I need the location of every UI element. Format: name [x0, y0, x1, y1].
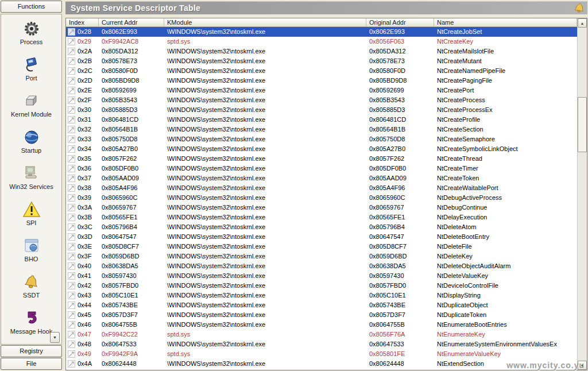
- table-row[interactable]: 0x330x805750D8\WINDOWS\system32\ntoskrnl…: [66, 134, 577, 144]
- table-row[interactable]: 0x300x805885D3\WINDOWS\system32\ntoskrnl…: [66, 105, 577, 115]
- table-rows: 0x280x8062E993\WINDOWS\system32\ntoskrnl…: [66, 27, 577, 370]
- column-header-name[interactable]: Name: [434, 18, 577, 26]
- table-row[interactable]: 0x2E0x80592699\WINDOWS\system32\ntoskrnl…: [66, 86, 577, 95]
- table-row[interactable]: 0x390x8065960C\WINDOWS\system32\ntoskrnl…: [66, 193, 577, 203]
- cell-index: 0x29: [66, 37, 99, 47]
- sidebar-item-ssdt[interactable]: SSDT: [1, 268, 61, 304]
- table-row[interactable]: 0x3A0x80659767\WINDOWS\system32\ntoskrnl…: [66, 203, 577, 212]
- column-header-index[interactable]: Index: [66, 18, 99, 26]
- entry-icon: [68, 136, 75, 143]
- cell-text: 0x3E: [78, 242, 92, 252]
- table-row[interactable]: 0x370x805AAD09\WINDOWS\system32\ntoskrnl…: [66, 173, 577, 183]
- cell-name: NtDeleteObjectAuditAlarm: [434, 261, 577, 271]
- table-row[interactable]: 0x350x8057F262\WINDOWS\system32\ntoskrnl…: [66, 154, 577, 164]
- sidebar-item-win32-services[interactable]: Win32 Services: [1, 159, 61, 195]
- cell-original: 0x8065960C: [366, 193, 434, 203]
- table-row[interactable]: 0x360x805DF0B0\WINDOWS\system32\ntoskrnl…: [66, 164, 577, 173]
- table-row[interactable]: 0x2D0x805BD9D8\WINDOWS\system32\ntoskrnl…: [66, 76, 577, 86]
- table-row[interactable]: 0x4A0x80624448\WINDOWS\system32\ntoskrnl…: [66, 359, 577, 369]
- page-title: System Service Descriptor Table: [65, 3, 574, 13]
- scroll-up-button[interactable]: ▲: [578, 18, 587, 28]
- cell-name: NtCreateTimer: [434, 164, 577, 173]
- cell-kmodule: \WINDOWS\system32\ntoskrnl.exe: [164, 271, 366, 281]
- cell-name: NtDuplicateObject: [434, 300, 577, 310]
- cell-kmodule: \WINDOWS\system32\ntoskrnl.exe: [164, 86, 366, 95]
- cell-index: 0x39: [66, 193, 99, 203]
- cell-current: 0x805DA312: [99, 47, 164, 56]
- cell-current: 0x80580F0D: [99, 66, 164, 76]
- browser-window-icon: [22, 237, 41, 254]
- table-row[interactable]: 0x3D0x80647547\WINDOWS\system32\ntoskrnl…: [66, 232, 577, 242]
- entry-icon: [68, 106, 75, 114]
- ssdt-table: IndexCurrent AddrKModuleOriginal AddrNam…: [65, 18, 587, 370]
- vertical-scrollbar[interactable]: ▲ ▼: [577, 18, 587, 370]
- sidebar-item-startup[interactable]: Startup: [1, 123, 61, 159]
- table-row[interactable]: 0x3B0x80565FE1\WINDOWS\system32\ntoskrnl…: [66, 212, 577, 222]
- table-row[interactable]: 0x290xF9942AC8sptd.sys0x8056F063NtCreate…: [66, 37, 577, 47]
- table-row[interactable]: 0x340x805A27B0\WINDOWS\system32\ntoskrnl…: [66, 144, 577, 154]
- cell-name: NtDebugActiveProcess: [434, 193, 577, 203]
- table-row[interactable]: 0x460x8064755B\WINDOWS\system32\ntoskrnl…: [66, 320, 577, 330]
- cell-current: 0x80597430: [99, 271, 164, 281]
- table-row[interactable]: 0x2C0x80580F0D\WINDOWS\system32\ntoskrnl…: [66, 66, 577, 76]
- cell-index: 0x3D: [66, 232, 99, 242]
- sidebar-item-bho[interactable]: BHO: [1, 231, 61, 268]
- cell-index: 0x28: [66, 27, 99, 37]
- column-header-current-addr[interactable]: Current Addr: [99, 18, 164, 26]
- table-row[interactable]: 0x3E0x805D8CF7\WINDOWS\system32\ntoskrnl…: [66, 242, 577, 252]
- entry-icon: [68, 38, 75, 45]
- sidebar-overflow-button[interactable]: ▼: [50, 332, 60, 343]
- table-row[interactable]: 0x380x805A4F96\WINDOWS\system32\ntoskrnl…: [66, 183, 577, 193]
- sidebar-item-label: Message Hook: [10, 328, 52, 335]
- tab-file[interactable]: File: [1, 358, 62, 370]
- main-area: System Service Descriptor Table IndexCur…: [64, 0, 588, 371]
- table-row[interactable]: 0x2B0x80578E73\WINDOWS\system32\ntoskrnl…: [66, 56, 577, 66]
- cell-text: 0x40: [78, 261, 91, 271]
- table-row[interactable]: 0x3C0x805796B4\WINDOWS\system32\ntoskrnl…: [66, 222, 577, 232]
- entry-icon: [68, 145, 75, 153]
- cell-original: 0x8056F76A: [366, 330, 434, 339]
- table-row[interactable]: 0x490xF9942F9Asptd.sys0x805801FENtEnumer…: [66, 349, 577, 359]
- table-row[interactable]: 0x400x80638DA5\WINDOWS\system32\ntoskrnl…: [66, 261, 577, 271]
- column-header-kmodule[interactable]: KModule: [164, 18, 366, 26]
- table-row[interactable]: 0x450x8057D3F7\WINDOWS\system32\ntoskrnl…: [66, 310, 577, 320]
- entry-icon: [68, 96, 75, 104]
- cell-name: NtEnumerateKey: [434, 330, 577, 339]
- sidebar-item-port[interactable]: Port: [1, 51, 61, 87]
- table-row[interactable]: 0x310x806481CD\WINDOWS\system32\ntoskrnl…: [66, 115, 577, 125]
- cell-original: 0x80578E73: [366, 56, 434, 66]
- cell-name: NtDuplicateToken: [434, 310, 577, 320]
- cell-index: 0x38: [66, 183, 99, 193]
- table-row[interactable]: 0x410x80597430\WINDOWS\system32\ntoskrnl…: [66, 271, 577, 281]
- cell-kmodule: \WINDOWS\system32\ntoskrnl.exe: [164, 261, 366, 271]
- cell-current: 0x80592699: [99, 86, 164, 95]
- table-row[interactable]: 0x480x80647533\WINDOWS\system32\ntoskrnl…: [66, 339, 577, 349]
- cell-index: 0x2B: [66, 56, 99, 66]
- cell-kmodule: \WINDOWS\system32\ntoskrnl.exe: [164, 154, 366, 164]
- cell-text: 0x4A: [78, 359, 92, 369]
- column-header-original-addr[interactable]: Original Addr: [366, 18, 434, 26]
- tab-registry[interactable]: Registry: [1, 345, 62, 357]
- entry-icon: [68, 243, 75, 250]
- sidebar-item-spi[interactable]: SPI: [1, 195, 61, 231]
- cell-name: NtDeleteBootEntry: [434, 232, 577, 242]
- cell-name: NtCreateMutant: [434, 56, 577, 66]
- sidebar-item-kernel-module[interactable]: Kernel Module: [1, 87, 61, 123]
- scrollbar-thumb[interactable]: [578, 97, 587, 152]
- table-row[interactable]: 0x440x805743BE\WINDOWS\system32\ntoskrnl…: [66, 300, 577, 310]
- entry-icon: [68, 311, 75, 319]
- table-row[interactable]: 0x320x80564B1B\WINDOWS\system32\ntoskrnl…: [66, 125, 577, 134]
- table-row[interactable]: 0x420x8057FBD0\WINDOWS\system32\ntoskrnl…: [66, 281, 577, 291]
- table-row[interactable]: 0x430x805C10E1\WINDOWS\system32\ntoskrnl…: [66, 291, 577, 300]
- cell-name: NtDisplayString: [434, 291, 577, 300]
- table-row[interactable]: 0x280x8062E993\WINDOWS\system32\ntoskrnl…: [66, 27, 577, 37]
- functions-header-button[interactable]: Functions: [1, 1, 62, 13]
- cell-current: 0x805AAD09: [99, 173, 164, 183]
- entry-icon: [68, 223, 75, 231]
- table-row[interactable]: 0x2F0x805B3543\WINDOWS\system32\ntoskrnl…: [66, 95, 577, 105]
- table-row[interactable]: 0x2A0x805DA312\WINDOWS\system32\ntoskrnl…: [66, 47, 577, 56]
- cell-kmodule: \WINDOWS\system32\ntoskrnl.exe: [164, 291, 366, 300]
- sidebar-item-process[interactable]: Process: [1, 14, 61, 51]
- table-row[interactable]: 0x3F0x8059D6BD\WINDOWS\system32\ntoskrnl…: [66, 252, 577, 261]
- table-row[interactable]: 0x470xF9942C22sptd.sys0x8056F76ANtEnumer…: [66, 330, 577, 339]
